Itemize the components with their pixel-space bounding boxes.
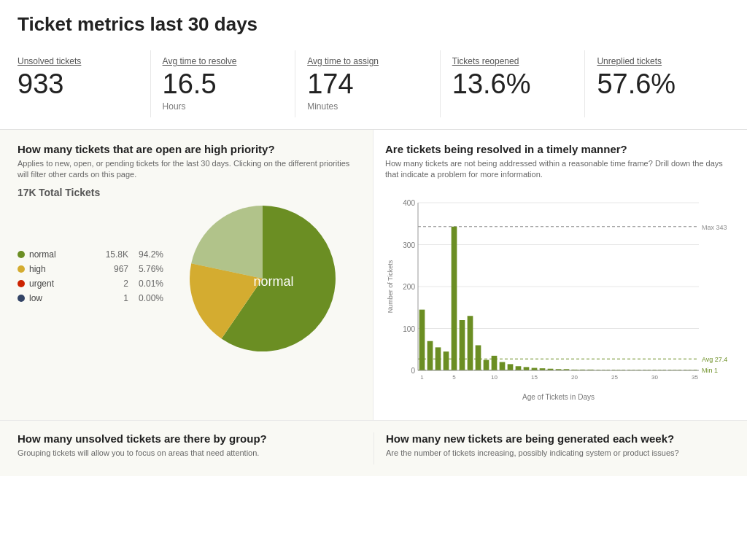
legend-dot-normal: [18, 251, 25, 258]
metric-label-assign[interactable]: Avg time to assign: [307, 56, 428, 66]
total-tickets-suffix: Total Tickets: [39, 187, 100, 198]
svg-text:30: 30: [651, 374, 658, 381]
svg-rect-27: [484, 359, 489, 370]
legend-item-low[interactable]: low 1 0.00%: [18, 293, 163, 303]
bottom-right-subtitle: Are the number of tickets increasing, po…: [386, 448, 729, 459]
svg-text:Min 1: Min 1: [702, 367, 718, 374]
metric-unit-assign: Minutes: [307, 101, 428, 112]
bottom-right-title: How many new tickets are being generated…: [386, 432, 729, 445]
pie-chart[interactable]: normal: [190, 206, 336, 351]
metric-unit-resolve: Hours: [163, 101, 284, 112]
svg-text:400: 400: [403, 199, 415, 207]
bar-chart-area: 0100200300400Max 343Avg 27.4Min 11510152…: [385, 188, 735, 407]
legend-count-low: 1: [123, 293, 128, 303]
bar-chart-svg: 0100200300400Max 343Avg 27.4Min 11510152…: [385, 188, 735, 407]
metric-card-assign[interactable]: Avg time to assign 174 Minutes: [307, 50, 441, 117]
svg-text:100: 100: [403, 324, 415, 332]
svg-text:25: 25: [611, 374, 618, 381]
svg-text:300: 300: [403, 241, 415, 249]
svg-rect-31: [508, 364, 514, 370]
svg-text:Avg 27.4: Avg 27.4: [702, 356, 727, 363]
priority-subtitle: Applies to new, open, or pending tickets…: [18, 158, 361, 181]
svg-text:15: 15: [531, 374, 538, 381]
timely-subtitle: How many tickets are not being addressed…: [385, 158, 735, 181]
bottom-left-subtitle: Grouping tickets will allow you to focus…: [18, 448, 362, 459]
page-header: Ticket metrics last 30 days: [0, 0, 747, 43]
metric-value-resolve: 16.5: [163, 69, 284, 100]
bottom-left-title: How many unsolved tickets are there by g…: [18, 432, 362, 445]
svg-rect-34: [532, 368, 538, 370]
svg-rect-28: [492, 355, 498, 370]
svg-text:Number of Tickets: Number of Tickets: [387, 260, 394, 313]
svg-text:20: 20: [571, 374, 578, 381]
legend-name-low: low: [29, 293, 123, 303]
metric-label-resolve[interactable]: Avg time to resolve: [163, 56, 284, 66]
svg-text:Max 343: Max 343: [702, 223, 727, 230]
legend-item-urgent[interactable]: urgent 2 0.01%: [18, 279, 163, 289]
legend-name-normal: normal: [29, 249, 106, 260]
legend-pct-normal: 94.2%: [134, 249, 163, 260]
svg-rect-21: [444, 351, 449, 370]
total-tickets-label: 17K Total Tickets: [18, 187, 361, 198]
svg-rect-32: [516, 366, 522, 370]
legend-col: normal 15.8K 94.2% high 967 5.76% urgent…: [18, 206, 163, 308]
pie-legend-row: normal 15.8K 94.2% high 967 5.76% urgent…: [18, 206, 361, 351]
metric-label-unsolved[interactable]: Unsolved tickets: [18, 56, 139, 66]
svg-rect-33: [524, 367, 530, 370]
svg-rect-22: [452, 226, 457, 370]
svg-rect-26: [476, 345, 481, 370]
content-area: How many tickets that are open are high …: [0, 130, 747, 420]
bottom-left: How many unsolved tickets are there by g…: [18, 432, 374, 464]
metric-card-unsolved[interactable]: Unsolved tickets 933: [18, 50, 151, 117]
metric-card-resolve[interactable]: Avg time to resolve 16.5 Hours: [163, 50, 296, 117]
svg-text:10: 10: [491, 374, 498, 381]
metric-card-unreplied[interactable]: Unreplied tickets 57.6%: [597, 50, 729, 117]
svg-text:5: 5: [452, 374, 456, 381]
svg-rect-17: [419, 309, 425, 370]
legend-pct-urgent: 0.01%: [134, 279, 163, 289]
total-tickets-value: 17K: [18, 187, 36, 198]
legend-name-high: high: [29, 264, 114, 274]
svg-rect-25: [468, 316, 473, 370]
timely-title: Are tickets being resolved in a timely m…: [385, 143, 735, 155]
svg-rect-20: [436, 347, 441, 370]
priority-panel: How many tickets that are open are high …: [0, 130, 374, 420]
legend-pct-low: 0.00%: [134, 293, 163, 303]
legend-dot-low: [18, 295, 25, 302]
metric-value-unsolved: 933: [18, 69, 139, 100]
metric-label-reopened[interactable]: Tickets reopened: [452, 56, 573, 66]
legend-dot-high: [18, 265, 25, 273]
svg-text:0: 0: [411, 367, 415, 375]
svg-rect-30: [500, 362, 506, 370]
metric-card-reopened[interactable]: Tickets reopened 13.6%: [452, 50, 586, 117]
legend-count-normal: 15.8K: [106, 249, 128, 260]
metric-value-assign: 174: [307, 69, 428, 100]
bottom-section: How many unsolved tickets are there by g…: [0, 420, 747, 476]
legend-count-urgent: 2: [123, 279, 128, 289]
pie-container: normal: [163, 206, 361, 351]
legend-item-high[interactable]: high 967 5.76%: [18, 264, 163, 274]
svg-text:35: 35: [692, 374, 698, 381]
svg-text:normal: normal: [253, 274, 293, 289]
legend-item-normal[interactable]: normal 15.8K 94.2%: [18, 249, 163, 260]
timely-panel: Are tickets being resolved in a timely m…: [374, 130, 747, 420]
metric-value-reopened: 13.6%: [452, 69, 573, 100]
svg-rect-19: [427, 341, 433, 370]
svg-text:Age of Tickets in Days: Age of Tickets in Days: [522, 393, 595, 401]
legend-name-urgent: urgent: [29, 279, 123, 289]
svg-text:1: 1: [420, 374, 424, 381]
svg-text:200: 200: [403, 283, 415, 291]
page-title: Ticket metrics last 30 days: [18, 13, 729, 36]
metric-value-unreplied: 57.6%: [597, 69, 718, 100]
bottom-right: How many new tickets are being generated…: [374, 432, 729, 464]
priority-title: How many tickets that are open are high …: [18, 143, 361, 155]
svg-rect-24: [460, 320, 465, 370]
metrics-bar: Unsolved tickets 933 Avg time to resolve…: [0, 43, 747, 130]
legend-dot-urgent: [18, 280, 25, 287]
legend-pct-high: 5.76%: [134, 264, 163, 274]
metric-label-unreplied[interactable]: Unreplied tickets: [597, 56, 718, 66]
legend-count-high: 967: [114, 264, 128, 274]
